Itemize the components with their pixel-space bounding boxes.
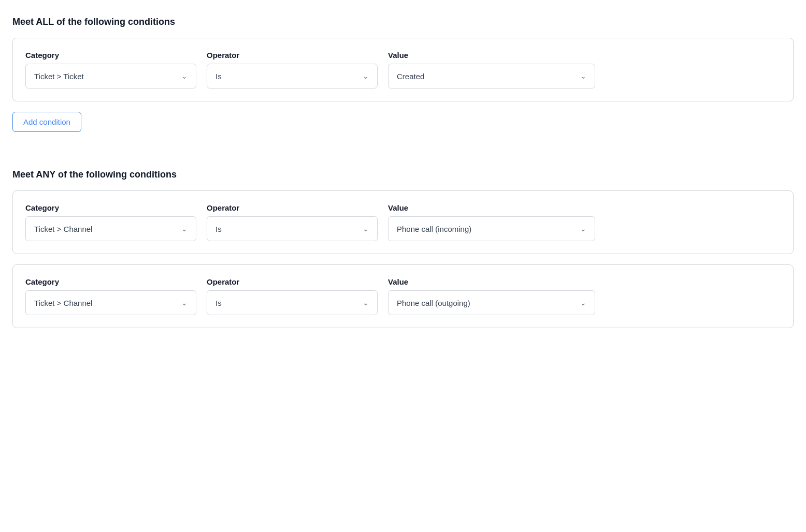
any-condition-row-1: Category Ticket > Channel ⌄ Operator Is … <box>25 203 781 241</box>
any-conditions-section: Meet ANY of the following conditions Cat… <box>12 169 794 328</box>
any-operator-field-1: Operator Is ⌄ <box>207 203 378 241</box>
all-value-label-1: Value <box>388 51 595 60</box>
all-conditions-title: Meet ALL of the following conditions <box>12 17 794 27</box>
any-value-label-2: Value <box>388 277 595 286</box>
any-value-select-2[interactable]: Phone call (outgoing) ⌄ <box>388 290 595 315</box>
any-category-field-2: Category Ticket > Channel ⌄ <box>25 277 196 315</box>
all-conditions-section: Meet ALL of the following conditions Cat… <box>12 17 794 153</box>
any-operator-label-2: Operator <box>207 277 378 286</box>
any-category-label-2: Category <box>25 277 196 286</box>
all-category-label-1: Category <box>25 51 196 60</box>
any-category-label-1: Category <box>25 203 196 212</box>
all-condition-box-1: Category Ticket > Ticket ⌄ Operator Is ⌄… <box>12 38 794 101</box>
any-condition-row-2: Category Ticket > Channel ⌄ Operator Is … <box>25 277 781 315</box>
any-value-chevron-1: ⌄ <box>580 225 586 233</box>
all-value-field-1: Value Created ⌄ <box>388 51 595 88</box>
all-condition-row-1: Category Ticket > Ticket ⌄ Operator Is ⌄… <box>25 51 781 88</box>
all-value-chevron-1: ⌄ <box>580 72 586 80</box>
all-category-select-1[interactable]: Ticket > Ticket ⌄ <box>25 64 196 88</box>
any-condition-box-2: Category Ticket > Channel ⌄ Operator Is … <box>12 264 794 328</box>
all-operator-value-1: Is <box>215 72 222 81</box>
any-value-value-2: Phone call (outgoing) <box>397 299 470 307</box>
any-category-value-1: Ticket > Channel <box>34 225 92 233</box>
any-operator-value-1: Is <box>215 225 222 233</box>
any-operator-select-2[interactable]: Is ⌄ <box>207 290 378 315</box>
any-category-select-1[interactable]: Ticket > Channel ⌄ <box>25 216 196 241</box>
all-operator-field-1: Operator Is ⌄ <box>207 51 378 88</box>
any-value-field-2: Value Phone call (outgoing) ⌄ <box>388 277 595 315</box>
all-category-value-1: Ticket > Ticket <box>34 72 84 81</box>
all-category-chevron-1: ⌄ <box>181 72 188 80</box>
any-operator-value-2: Is <box>215 299 222 307</box>
all-value-value-1: Created <box>397 72 424 81</box>
any-value-select-1[interactable]: Phone call (incoming) ⌄ <box>388 216 595 241</box>
any-operator-chevron-1: ⌄ <box>363 225 369 233</box>
any-value-label-1: Value <box>388 203 595 212</box>
any-category-select-2[interactable]: Ticket > Channel ⌄ <box>25 290 196 315</box>
any-category-chevron-1: ⌄ <box>181 225 188 233</box>
all-value-select-1[interactable]: Created ⌄ <box>388 64 595 88</box>
any-operator-chevron-2: ⌄ <box>363 299 369 307</box>
any-category-field-1: Category Ticket > Channel ⌄ <box>25 203 196 241</box>
any-condition-box-1: Category Ticket > Channel ⌄ Operator Is … <box>12 190 794 254</box>
all-operator-select-1[interactable]: Is ⌄ <box>207 64 378 88</box>
all-category-field-1: Category Ticket > Ticket ⌄ <box>25 51 196 88</box>
any-operator-field-2: Operator Is ⌄ <box>207 277 378 315</box>
any-value-field-1: Value Phone call (incoming) ⌄ <box>388 203 595 241</box>
any-value-chevron-2: ⌄ <box>580 299 586 307</box>
all-operator-chevron-1: ⌄ <box>363 72 369 80</box>
add-condition-button[interactable]: Add condition <box>12 112 81 132</box>
any-operator-select-1[interactable]: Is ⌄ <box>207 216 378 241</box>
any-category-value-2: Ticket > Channel <box>34 299 92 307</box>
any-category-chevron-2: ⌄ <box>181 299 188 307</box>
any-value-value-1: Phone call (incoming) <box>397 225 471 233</box>
any-conditions-title: Meet ANY of the following conditions <box>12 169 794 180</box>
all-operator-label-1: Operator <box>207 51 378 60</box>
any-operator-label-1: Operator <box>207 203 378 212</box>
